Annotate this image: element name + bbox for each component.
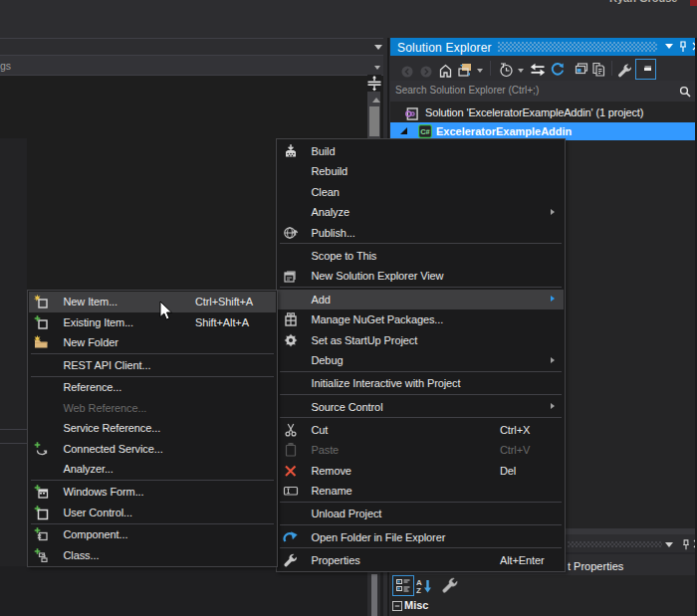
- svg-text:C#: C#: [420, 127, 430, 136]
- svg-text:Z: Z: [416, 586, 421, 594]
